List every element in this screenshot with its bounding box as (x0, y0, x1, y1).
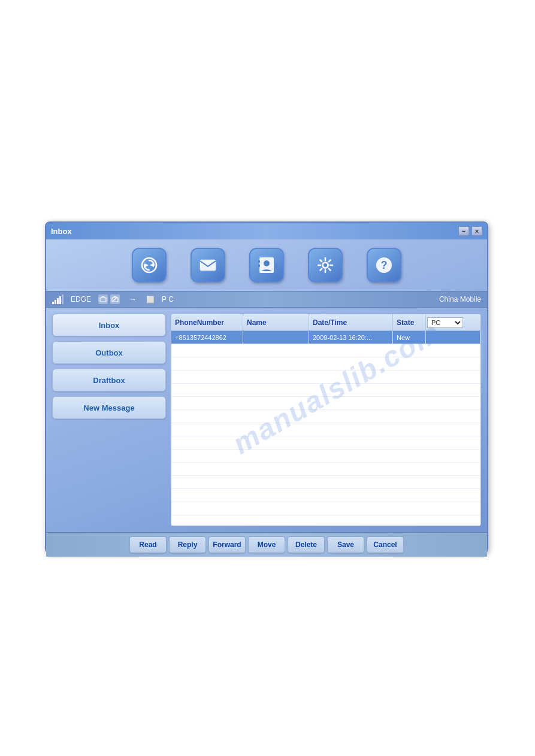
col-state: State (393, 314, 426, 330)
svg-line-14 (113, 297, 117, 301)
inbox-window: Inbox − × (45, 221, 488, 554)
table-row[interactable]: +8613572442862 2009-02-13 16:20:... New (171, 331, 480, 344)
cancel-button[interactable]: Cancel (367, 536, 404, 553)
col-phone: PhoneNumber (171, 314, 243, 330)
message-table: PhoneNumber Name Date/Time State PC SIM … (171, 314, 481, 526)
empty-row (171, 463, 480, 476)
read-button[interactable]: Read (129, 536, 167, 553)
svg-rect-7 (258, 265, 260, 267)
minimize-button[interactable]: − (458, 226, 469, 236)
settings-button[interactable] (308, 248, 343, 283)
empty-row (171, 489, 480, 502)
col-datetime: Date/Time (309, 314, 393, 330)
toolbar: ? (46, 239, 487, 291)
table-rows-area: +8613572442862 2009-02-13 16:20:... New (171, 331, 480, 526)
cell-phone: +8613572442862 (171, 331, 243, 344)
state-dropdown[interactable]: PC SIM All (427, 317, 463, 328)
empty-row (171, 476, 480, 489)
contacts-button[interactable] (249, 248, 284, 283)
empty-row (171, 515, 480, 526)
status-icons (98, 294, 120, 304)
help-button[interactable]: ? (367, 248, 401, 283)
device-label: P C (162, 295, 174, 303)
svg-rect-12 (100, 297, 106, 302)
svg-rect-3 (200, 260, 216, 271)
message-button[interactable] (191, 248, 225, 283)
sync-button[interactable] (132, 248, 167, 283)
status-bar: EDGE → ⬜ P C China Mobile (46, 291, 487, 308)
draftbox-btn[interactable]: Draftbox (52, 369, 166, 391)
icon-box-1 (98, 294, 108, 304)
empty-row (171, 450, 480, 463)
action-bar: Read Reply Forward Move Delete Save Canc… (46, 532, 487, 557)
inbox-btn[interactable]: Inbox (52, 314, 166, 336)
forward-button[interactable]: Forward (208, 536, 246, 553)
table-header: PhoneNumber Name Date/Time State PC SIM … (171, 314, 480, 331)
empty-row (171, 410, 480, 423)
network-type: EDGE (71, 295, 91, 303)
sidebar: Inbox Outbox Draftbox New Message (52, 314, 166, 526)
icon-box-2 (110, 294, 120, 304)
svg-text:?: ? (381, 259, 388, 271)
empty-row (171, 344, 480, 357)
svg-rect-6 (258, 260, 260, 263)
reply-button[interactable]: Reply (169, 536, 206, 553)
move-button[interactable]: Move (248, 536, 285, 553)
empty-row (171, 397, 480, 410)
cell-datetime: 2009-02-13 16:20:... (309, 331, 393, 344)
svg-point-5 (264, 260, 270, 266)
title-bar: Inbox − × (46, 223, 487, 239)
window-title: Inbox (51, 227, 72, 236)
main-content: Inbox Outbox Draftbox New Message PhoneN… (46, 308, 487, 532)
empty-row (171, 502, 480, 515)
title-controls: − × (458, 226, 482, 236)
svg-marker-2 (144, 263, 149, 268)
signal-icon (52, 294, 64, 304)
operator-label: China Mobile (439, 295, 481, 303)
delete-button[interactable]: Delete (288, 536, 325, 553)
new-message-btn[interactable]: New Message (52, 396, 166, 419)
cell-state: New (393, 331, 426, 344)
state-dropdown-container: PC SIM All (426, 317, 480, 328)
cell-name (243, 331, 309, 344)
col-name: Name (243, 314, 309, 330)
empty-row (171, 357, 480, 371)
empty-row (171, 384, 480, 397)
empty-row (171, 423, 480, 436)
save-button[interactable]: Save (327, 536, 364, 553)
close-button[interactable]: × (471, 226, 482, 236)
svg-marker-1 (150, 263, 154, 267)
empty-row (171, 436, 480, 450)
outbox-btn[interactable]: Outbox (52, 341, 166, 364)
empty-row (171, 371, 480, 384)
svg-point-9 (324, 263, 327, 267)
cell-extra (426, 331, 480, 344)
